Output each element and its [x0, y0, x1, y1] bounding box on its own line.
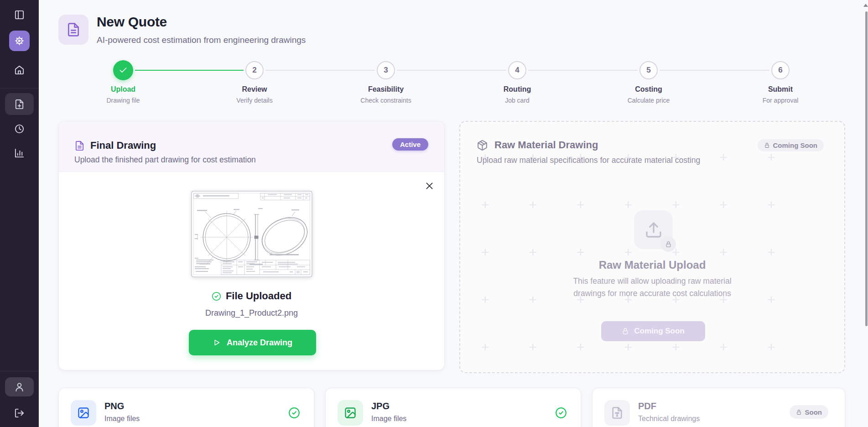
supported-check-icon	[555, 407, 567, 419]
page-subtitle: AI-powered cost estimation from engineer…	[97, 35, 306, 45]
new-quote-screen: New Quote AI-powered cost estimation fro…	[0, 0, 868, 427]
sidebar-item-new-quote[interactable]	[5, 93, 34, 115]
package-icon	[477, 140, 488, 151]
sidebar-divider	[0, 371, 39, 371]
step-desc: Verify details	[204, 97, 305, 104]
active-badge: Active	[392, 138, 428, 151]
stepper-connector	[135, 70, 244, 71]
sidebar-toggle-button[interactable]	[14, 10, 25, 20]
raw-material-upload-title: Raw Material Upload	[460, 259, 844, 271]
step-desc: Job card	[467, 97, 567, 104]
sidebar-item-settings[interactable]	[9, 31, 30, 51]
raw-material-card: ++++++++++++++++++++++++++++++++++++++++…	[459, 121, 845, 373]
file-text-icon	[74, 141, 85, 151]
final-drawing-header: Final Drawing Active Upload the finished…	[59, 121, 444, 172]
scrollbar-thumb[interactable]	[865, 11, 868, 326]
raw-material-title: Raw Material Drawing	[494, 139, 598, 151]
step-label: Upload	[73, 85, 173, 94]
step-label: Submit	[730, 85, 831, 94]
check-icon	[119, 66, 128, 75]
home-icon	[14, 65, 25, 75]
raw-material-desc-line1: This feature will allow uploading raw ma…	[460, 276, 844, 286]
analyze-drawing-button[interactable]: Analyze Drawing	[189, 330, 316, 355]
step-circle-submit: 6	[771, 61, 790, 79]
stepper-connector	[397, 70, 506, 71]
final-drawing-subtitle: Upload the finished part drawing for cos…	[74, 155, 256, 165]
final-drawing-title: Final Drawing	[90, 140, 156, 151]
coming-soon-badge: Coming Soon	[758, 139, 824, 151]
sidebar-item-logout[interactable]	[14, 408, 25, 418]
filetype-name: JPG	[371, 401, 390, 411]
raw-material-subtitle: Upload raw material specifications for a…	[477, 156, 700, 165]
analyze-drawing-label: Analyze Drawing	[227, 338, 292, 348]
filetype-desc: Technical drawings	[638, 415, 700, 423]
step-circle-feasibility: 3	[377, 61, 395, 79]
filetype-card-png: PNG Image files	[58, 388, 314, 427]
soon-badge-label: Soon	[805, 408, 822, 416]
close-icon	[425, 181, 434, 191]
lock-icon	[764, 142, 770, 148]
stepper-connector	[660, 70, 769, 71]
page-icon-box	[58, 15, 88, 45]
logout-icon	[14, 408, 25, 418]
file-plus-icon	[14, 99, 25, 109]
scrollbar-up-arrow[interactable]	[863, 4, 868, 7]
upload-status-title: File Uploaded	[226, 290, 291, 302]
uploaded-filename: Drawing_1_Product2.png	[59, 308, 444, 318]
soon-badge: Soon	[790, 405, 829, 419]
sidebar-item-profile[interactable]	[5, 377, 34, 396]
step-label: Routing	[467, 85, 567, 94]
step-circle-costing: 5	[639, 61, 658, 79]
step-label: Costing	[598, 85, 699, 94]
stepper-connector	[528, 70, 638, 71]
filetype-card-jpg: JPG Image files	[325, 388, 581, 427]
circle-check-icon	[212, 292, 221, 301]
jpg-icon-box	[338, 400, 363, 426]
filetype-name: PDF	[638, 401, 656, 411]
filetype-desc: Image files	[371, 415, 406, 423]
remove-file-button[interactable]	[423, 180, 435, 192]
sidebar-item-history[interactable]	[14, 124, 25, 134]
file-text-icon	[66, 22, 81, 37]
drawing-thumbnail	[191, 191, 312, 277]
step-desc: Calculate price	[598, 97, 699, 104]
lock-bubble	[660, 236, 676, 252]
file-type-icon	[611, 406, 624, 419]
png-icon-box	[71, 400, 96, 426]
coming-soon-button[interactable]: Coming Soon	[601, 321, 705, 341]
bar-chart-icon	[14, 148, 25, 158]
lock-icon	[796, 409, 802, 415]
clock-icon	[14, 124, 25, 134]
circle-check-icon	[555, 407, 567, 419]
step-desc: For approval	[730, 97, 831, 104]
supported-check-icon	[288, 407, 300, 419]
step-label: Feasibility	[336, 85, 436, 94]
play-icon	[213, 338, 221, 347]
step-circle-upload	[113, 60, 133, 80]
user-icon	[14, 382, 25, 392]
image-icon	[344, 406, 357, 419]
sidebar	[0, 0, 39, 427]
stepper-connector	[265, 70, 375, 71]
image-icon	[77, 406, 90, 419]
panel-left-icon	[14, 10, 25, 20]
upload-icon	[645, 221, 663, 239]
step-desc: Drawing file	[73, 97, 173, 104]
filetype-card-pdf: PDF Technical drawings Soon	[592, 388, 845, 427]
filetype-name: PNG	[104, 401, 124, 411]
sidebar-item-home[interactable]	[14, 65, 25, 75]
page-title: New Quote	[97, 14, 167, 30]
coming-soon-badge-label: Coming Soon	[773, 141, 818, 149]
sidebar-item-analytics[interactable]	[14, 148, 25, 158]
step-circle-review: 2	[245, 61, 264, 79]
final-drawing-card: Final Drawing Active Upload the finished…	[58, 121, 445, 370]
raw-material-desc-line2: drawings for more accurate cost calculat…	[460, 289, 844, 298]
engineering-drawing-preview	[191, 191, 312, 277]
filetype-desc: Image files	[104, 415, 140, 423]
circle-check-icon	[288, 407, 300, 419]
step-label: Review	[204, 85, 305, 94]
lock-icon	[622, 328, 629, 335]
upload-status-row: File Uploaded	[59, 290, 444, 302]
sidebar-divider	[0, 88, 39, 89]
step-circle-routing: 4	[508, 61, 526, 79]
